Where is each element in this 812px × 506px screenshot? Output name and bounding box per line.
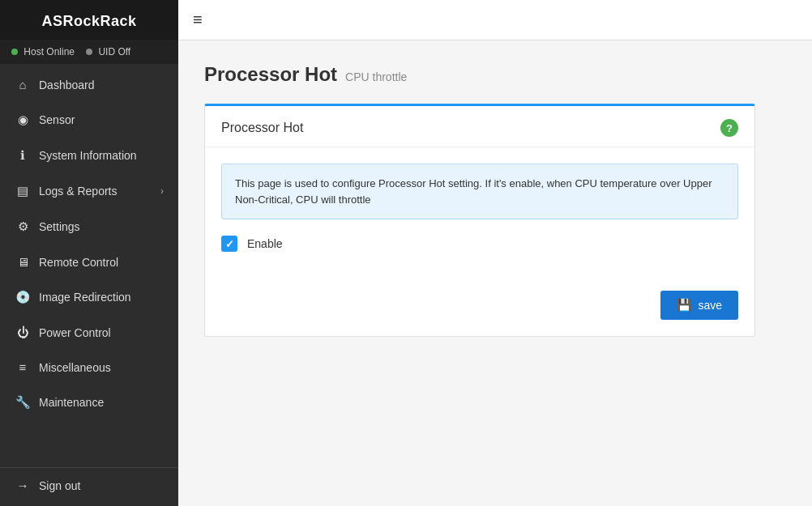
sidebar-item-label: System Information bbox=[39, 149, 137, 162]
page-title-row: Processor Hot CPU throttle bbox=[204, 63, 786, 86]
host-status-label: Host Online bbox=[24, 46, 75, 57]
save-button[interactable]: 💾 save bbox=[660, 291, 738, 320]
save-label: save bbox=[698, 299, 722, 312]
card-header: Processor Hot ? bbox=[205, 106, 754, 147]
enable-label: Enable bbox=[247, 237, 283, 250]
status-bar: Host Online UID Off bbox=[0, 40, 178, 64]
main-content: ≡ Processor Hot CPU throttle Processor H… bbox=[178, 0, 812, 506]
power-icon: ⏻ bbox=[15, 325, 31, 339]
save-icon: 💾 bbox=[677, 298, 692, 313]
sidebar-item-miscellaneous[interactable]: ≡ Miscellaneous bbox=[0, 350, 178, 385]
sidebar-item-logs-reports[interactable]: ▤ Logs & Reports › bbox=[0, 173, 178, 209]
sidebar-item-sensor[interactable]: ◉ Sensor bbox=[0, 102, 178, 138]
signout-icon: → bbox=[15, 478, 31, 492]
uid-status-dot bbox=[86, 49, 92, 55]
page-subtitle: CPU throttle bbox=[345, 70, 407, 83]
processor-hot-card: Processor Hot ? This page is used to con… bbox=[204, 104, 755, 337]
sidebar-item-label: Dashboard bbox=[39, 79, 95, 91]
sidebar-item-label: Sensor bbox=[39, 113, 75, 126]
maintenance-icon: 🔧 bbox=[15, 395, 31, 410]
app-title: ASRockRack bbox=[0, 0, 178, 40]
sidebar-item-maintenance[interactable]: 🔧 Maintenance bbox=[0, 385, 178, 420]
sidebar-item-system-information[interactable]: ℹ System Information bbox=[0, 138, 178, 173]
card-title: Processor Hot bbox=[221, 121, 303, 135]
topbar: ≡ bbox=[178, 0, 812, 40]
sidebar: ASRockRack Host Online UID Off ⌂ Dashboa… bbox=[0, 0, 178, 506]
sidebar-item-image-redirection[interactable]: 💿 Image Redirection bbox=[0, 279, 178, 315]
sidebar-item-dashboard[interactable]: ⌂ Dashboard bbox=[0, 67, 178, 102]
info-box: This page is used to configure Processor… bbox=[221, 164, 738, 219]
sidebar-item-label: Settings bbox=[39, 220, 80, 233]
sidebar-item-remote-control[interactable]: 🖥 Remote Control bbox=[0, 244, 178, 279]
sidebar-item-label: Power Control bbox=[39, 326, 111, 339]
uid-status: UID Off bbox=[86, 46, 130, 57]
dashboard-icon: ⌂ bbox=[15, 78, 31, 91]
card-body: This page is used to configure Processor… bbox=[205, 147, 754, 291]
chevron-right-icon: › bbox=[160, 185, 164, 197]
sidebar-item-label: Logs & Reports bbox=[39, 185, 118, 198]
page-title: Processor Hot bbox=[204, 63, 337, 86]
sidebar-item-power-control[interactable]: ⏻ Power Control bbox=[0, 315, 178, 350]
nav-list: ⌂ Dashboard ◉ Sensor ℹ System Informatio… bbox=[0, 64, 178, 466]
card-footer: 💾 save bbox=[205, 291, 754, 336]
image-redirection-icon: 💿 bbox=[15, 290, 31, 304]
remote-control-icon: 🖥 bbox=[15, 255, 31, 269]
content-area: Processor Hot CPU throttle Processor Hot… bbox=[178, 40, 812, 506]
sidebar-item-signout[interactable]: → Sign out bbox=[0, 467, 178, 503]
sidebar-item-label: Sign out bbox=[39, 479, 80, 492]
host-status: Host Online bbox=[11, 46, 75, 57]
enable-checkbox[interactable] bbox=[221, 236, 237, 252]
sensor-icon: ◉ bbox=[15, 113, 31, 127]
sidebar-item-label: Miscellaneous bbox=[39, 361, 111, 374]
sidebar-item-label: Remote Control bbox=[39, 256, 118, 269]
uid-status-label: UID Off bbox=[98, 46, 130, 57]
enable-row: Enable bbox=[221, 236, 738, 252]
miscellaneous-icon: ≡ bbox=[15, 360, 31, 374]
logs-icon: ▤ bbox=[15, 184, 31, 198]
settings-icon: ⚙ bbox=[15, 219, 31, 234]
info-icon: ℹ bbox=[15, 148, 31, 163]
sidebar-item-label: Image Redirection bbox=[39, 291, 131, 304]
help-icon[interactable]: ? bbox=[720, 119, 738, 137]
host-status-dot bbox=[11, 49, 18, 55]
sidebar-item-label: Maintenance bbox=[39, 396, 104, 409]
hamburger-menu[interactable]: ≡ bbox=[193, 11, 203, 29]
sidebar-footer: → Sign out bbox=[0, 466, 178, 506]
sidebar-item-settings[interactable]: ⚙ Settings bbox=[0, 209, 178, 244]
